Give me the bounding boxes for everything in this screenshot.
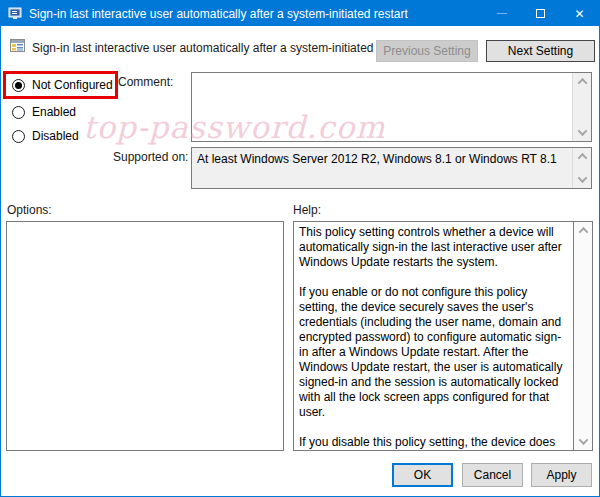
- help-label: Help:: [293, 203, 321, 217]
- close-icon: ✕: [574, 8, 584, 20]
- policy-name: Sign-in last interactive user automatica…: [32, 41, 411, 55]
- options-label: Options:: [7, 203, 52, 217]
- minimize-button[interactable]: [482, 1, 521, 26]
- titlebar: Sign-in last interactive user automatica…: [1, 1, 599, 26]
- next-setting-button[interactable]: Next Setting: [486, 40, 595, 62]
- scroll-down-icon[interactable]: [578, 435, 588, 445]
- close-button[interactable]: ✕: [560, 1, 599, 26]
- scroll-down-icon[interactable]: [577, 173, 587, 183]
- window-title: Sign-in last interactive user automatica…: [29, 7, 408, 21]
- scroll-up-icon[interactable]: [578, 227, 588, 237]
- supported-on-label: Supported on:: [113, 150, 188, 164]
- radio-not-configured-label[interactable]: Not Configured: [32, 78, 113, 92]
- maximize-icon: [536, 9, 545, 18]
- app-icon: [8, 6, 23, 21]
- comment-scrollbar[interactable]: [572, 73, 591, 141]
- radio-enabled-label[interactable]: Enabled: [32, 105, 76, 119]
- policy-icon: [10, 38, 26, 57]
- ok-button[interactable]: OK: [392, 463, 453, 487]
- radio-disabled-label[interactable]: Disabled: [32, 129, 79, 143]
- apply-button[interactable]: Apply: [531, 463, 592, 487]
- comment-input[interactable]: [192, 73, 572, 141]
- maximize-button[interactable]: [521, 1, 560, 26]
- options-content: [7, 222, 283, 450]
- radio-not-configured[interactable]: Not Configured: [12, 78, 113, 92]
- options-panel: [6, 221, 284, 451]
- policy-setting-dialog: Sign-in last interactive user automatica…: [0, 0, 600, 497]
- scroll-down-icon[interactable]: [577, 126, 587, 136]
- radio-disabled-circle[interactable]: [12, 130, 25, 143]
- help-panel: This policy setting controls whether a d…: [293, 221, 593, 451]
- supported-on-value: At least Windows Server 2012 R2, Windows…: [192, 148, 572, 188]
- help-scrollbar[interactable]: [573, 222, 592, 450]
- scroll-up-icon[interactable]: [577, 153, 587, 163]
- cancel-button[interactable]: Cancel: [462, 463, 523, 487]
- radio-enabled-circle[interactable]: [12, 106, 25, 119]
- minimize-icon: [497, 13, 507, 14]
- previous-setting-button[interactable]: Previous Setting: [376, 40, 478, 62]
- supported-scrollbar[interactable]: [572, 148, 591, 188]
- comment-label: Comment:: [118, 75, 173, 89]
- window-controls: ✕: [482, 1, 599, 26]
- help-text: This policy setting controls whether a d…: [294, 222, 573, 450]
- scroll-up-icon[interactable]: [577, 78, 587, 88]
- radio-disabled[interactable]: Disabled: [12, 129, 79, 143]
- supported-on-box: At least Windows Server 2012 R2, Windows…: [191, 147, 592, 189]
- radio-enabled[interactable]: Enabled: [12, 105, 76, 119]
- comment-box[interactable]: [191, 72, 592, 142]
- radio-not-configured-circle[interactable]: [12, 79, 25, 92]
